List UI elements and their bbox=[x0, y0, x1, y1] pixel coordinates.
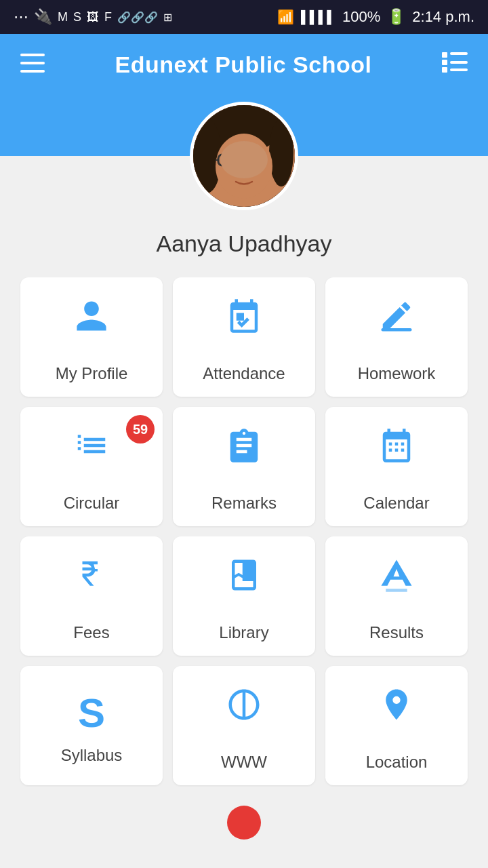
calendar-check-icon bbox=[226, 298, 262, 352]
svg-rect-14 bbox=[218, 155, 237, 165]
menu-item-attendance[interactable]: Attendance bbox=[173, 277, 315, 397]
svg-rect-3 bbox=[442, 52, 447, 58]
menu-item-location[interactable]: Location bbox=[325, 666, 468, 785]
list-view-button[interactable] bbox=[442, 50, 468, 79]
avatar bbox=[190, 102, 298, 210]
svg-rect-8 bbox=[450, 68, 468, 71]
image-icon: 🖼 bbox=[87, 10, 99, 24]
usb-icon: 🔌 bbox=[34, 8, 52, 26]
menu-item-circular[interactable]: 59 Circular bbox=[20, 407, 163, 526]
time-display: 2:14 p.m. bbox=[412, 8, 474, 26]
battery-percent: 100% bbox=[342, 8, 380, 26]
link-icons: 🔗🔗🔗 bbox=[117, 11, 158, 24]
status-right-info: 📶 ▌▌▌▌ 100% 🔋 2:14 p.m. bbox=[277, 8, 474, 26]
navbar: Edunext Public School bbox=[0, 34, 488, 95]
svg-rect-5 bbox=[442, 60, 447, 65]
svg-rect-7 bbox=[442, 67, 447, 73]
circular-label: Circular bbox=[64, 494, 120, 513]
www-label: WWW bbox=[221, 753, 267, 772]
svg-rect-22 bbox=[382, 328, 412, 332]
clipboard-icon bbox=[226, 427, 262, 481]
rupee-icon bbox=[73, 557, 110, 611]
svg-rect-1 bbox=[20, 62, 45, 64]
calendar-grid-icon bbox=[378, 427, 415, 481]
signal-icon: ▌▌▌▌ bbox=[301, 10, 336, 24]
svg-rect-2 bbox=[20, 70, 45, 73]
edit-square-icon bbox=[378, 298, 415, 352]
svg-point-19 bbox=[223, 156, 232, 164]
svg-point-13 bbox=[216, 134, 272, 199]
hamburger-menu-button[interactable] bbox=[20, 50, 45, 79]
s-letter-icon: S bbox=[78, 693, 105, 734]
svg-rect-0 bbox=[20, 54, 45, 56]
menu-item-syllabus[interactable]: S Syllabus bbox=[20, 666, 163, 785]
email-icon: M bbox=[58, 10, 68, 24]
wifi-icon: 📶 bbox=[277, 9, 294, 25]
svg-rect-6 bbox=[450, 61, 468, 64]
flipboard-icon: F bbox=[104, 10, 112, 24]
avatar-container bbox=[190, 102, 298, 210]
svg-rect-15 bbox=[243, 155, 262, 165]
avatar-image bbox=[190, 102, 298, 210]
my-profile-label: My Profile bbox=[56, 364, 128, 383]
homework-label: Homework bbox=[358, 364, 436, 383]
apps-icon: ⊞ bbox=[163, 11, 172, 24]
results-label: Results bbox=[369, 623, 424, 642]
menu-item-results[interactable]: Results bbox=[325, 536, 468, 656]
menu-item-remarks[interactable]: Remarks bbox=[173, 407, 315, 526]
battery-icon: 🔋 bbox=[387, 8, 405, 26]
menu-grid: My Profile Attendance Homework bbox=[14, 277, 474, 799]
svg-point-20 bbox=[247, 156, 257, 164]
location-label: Location bbox=[366, 753, 428, 772]
remarks-label: Remarks bbox=[211, 494, 277, 513]
menu-item-homework[interactable]: Homework bbox=[325, 277, 468, 397]
attendance-label: Attendance bbox=[203, 364, 285, 383]
menu-item-calendar[interactable]: Calendar bbox=[325, 407, 468, 526]
menu-item-my-profile[interactable]: My Profile bbox=[20, 277, 163, 397]
menu-item-library[interactable]: Library bbox=[173, 536, 315, 656]
syllabus-label: Syllabus bbox=[61, 746, 123, 765]
pin-icon bbox=[378, 686, 415, 741]
menu-item-www[interactable]: WWW bbox=[173, 666, 315, 785]
menu-item-fees[interactable]: Fees bbox=[20, 536, 163, 656]
svg-point-12 bbox=[269, 119, 293, 186]
svg-point-21 bbox=[240, 170, 248, 176]
profile-section: Aanya Upadhyay My Profile Attendance bbox=[0, 156, 488, 843]
notification-icon: ⋯ bbox=[14, 8, 28, 26]
status-left-icons: ⋯ 🔌 M S 🖼 F 🔗🔗🔗 ⊞ bbox=[14, 8, 172, 26]
person-icon bbox=[73, 298, 110, 352]
list-bullet-icon bbox=[73, 427, 110, 481]
bottom-indicator bbox=[227, 799, 261, 843]
circular-badge: 59 bbox=[126, 415, 155, 443]
results-icon bbox=[378, 557, 415, 611]
svg-rect-4 bbox=[450, 52, 468, 55]
status-bar: ⋯ 🔌 M S 🖼 F 🔗🔗🔗 ⊞ 📶 ▌▌▌▌ 100% 🔋 2:14 p.m… bbox=[0, 0, 488, 34]
book-icon bbox=[226, 557, 262, 611]
globe-icon bbox=[226, 686, 262, 741]
profile-name: Aanya Upadhyay bbox=[157, 231, 332, 257]
bottom-dot bbox=[227, 806, 261, 840]
library-label: Library bbox=[219, 623, 268, 642]
calendar-label: Calendar bbox=[363, 494, 429, 513]
app-title: Edunext Public School bbox=[115, 52, 372, 78]
s-icon: S bbox=[73, 10, 81, 24]
fees-label: Fees bbox=[73, 623, 109, 642]
